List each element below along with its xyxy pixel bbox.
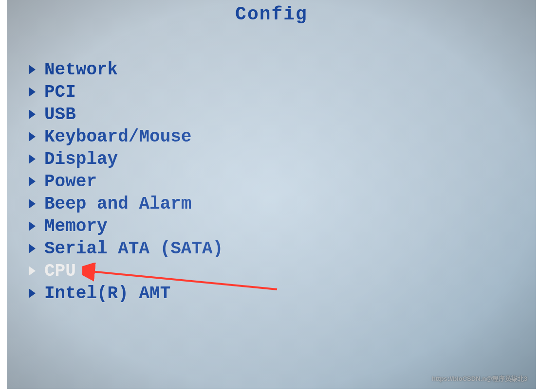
triangle-right-icon bbox=[29, 177, 36, 186]
menu-label: Memory bbox=[44, 216, 108, 236]
triangle-right-icon bbox=[29, 154, 36, 164]
bios-config-screen: Config Network PCI USB Keyboard/Mouse Di… bbox=[7, 0, 536, 389]
menu-label: USB bbox=[44, 105, 76, 125]
menu-label: Power bbox=[44, 172, 97, 192]
config-menu: Network PCI USB Keyboard/Mouse Display P… bbox=[29, 58, 223, 304]
menu-label: Intel(R) AMT bbox=[44, 284, 170, 303]
triangle-right-icon bbox=[29, 221, 36, 231]
menu-item-display[interactable]: Display bbox=[29, 148, 223, 170]
menu-label: Beep and Alarm bbox=[44, 194, 191, 214]
triangle-right-icon bbox=[29, 109, 36, 119]
menu-item-beep-alarm[interactable]: Beep and Alarm bbox=[29, 193, 223, 215]
triangle-right-icon bbox=[29, 199, 36, 209]
watermark-text: https://bloCSDN.n@程序员柒北3 bbox=[432, 374, 527, 383]
menu-label: Serial ATA (SATA) bbox=[44, 239, 223, 259]
triangle-right-icon bbox=[29, 244, 36, 253]
menu-item-memory[interactable]: Memory bbox=[29, 215, 223, 237]
page-title: Config bbox=[235, 4, 308, 25]
triangle-right-icon bbox=[29, 65, 36, 74]
menu-item-cpu[interactable]: CPU bbox=[29, 260, 223, 282]
menu-item-intel-amt[interactable]: Intel(R) AMT bbox=[29, 282, 223, 304]
triangle-right-icon bbox=[29, 266, 36, 276]
menu-item-usb[interactable]: USB bbox=[29, 103, 223, 125]
menu-item-serial-ata[interactable]: Serial ATA (SATA) bbox=[29, 237, 223, 260]
menu-item-pci[interactable]: PCI bbox=[29, 81, 223, 103]
triangle-right-icon bbox=[29, 87, 36, 97]
menu-label: PCI bbox=[44, 82, 76, 102]
menu-label: Keyboard/Mouse bbox=[44, 127, 191, 147]
triangle-right-icon bbox=[29, 288, 36, 298]
menu-item-network[interactable]: Network bbox=[29, 58, 223, 81]
outer-border-left bbox=[0, 0, 7, 392]
triangle-right-icon bbox=[29, 132, 36, 142]
menu-label: Display bbox=[44, 149, 118, 169]
menu-label: CPU bbox=[44, 261, 76, 281]
menu-item-keyboard-mouse[interactable]: Keyboard/Mouse bbox=[29, 125, 223, 148]
menu-item-power[interactable]: Power bbox=[29, 170, 223, 193]
menu-label: Network bbox=[44, 60, 118, 80]
